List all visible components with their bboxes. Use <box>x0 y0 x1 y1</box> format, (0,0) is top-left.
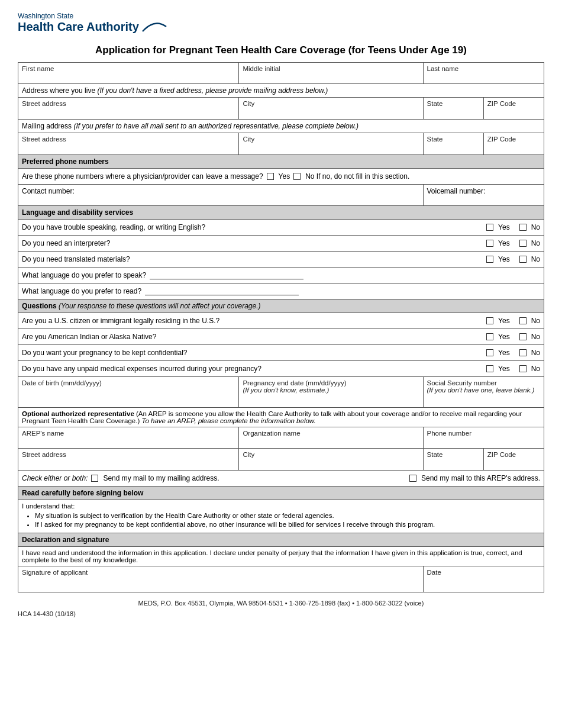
lang-read-label: What language do you prefer to read? <box>22 287 141 295</box>
lang-q1-yes-label: Yes <box>498 223 510 231</box>
arep-intro-cell: Optional authorized representative (An A… <box>18 408 544 427</box>
last-name-cell: Last name <box>423 63 544 84</box>
language-q1-text: Do you have trouble speaking, reading, o… <box>22 223 483 231</box>
phone-numbers-row: Contact number: Voicemail number: <box>18 185 544 206</box>
questions-q3-text: Do you want your pregnancy to be kept co… <box>22 349 483 357</box>
logo-swoosh-icon <box>141 21 167 34</box>
language-header-cell: Language and disability services <box>18 206 544 220</box>
live-state-zip-inner: State ZIP Code <box>424 98 544 119</box>
mailing-address-label-row: Mailing address (If you prefer to have a… <box>18 120 544 133</box>
language-q3-cell: Do you need translated materials? Yes No <box>18 252 544 268</box>
phone-yes-checkbox[interactable] <box>267 173 274 180</box>
date-cell: Date <box>423 566 544 592</box>
q2-no-checkbox[interactable] <box>519 333 527 340</box>
read-header: Read carefully before signing below <box>22 489 143 497</box>
pregnancy-end-sub: (If you don't know, estimate.) <box>243 386 419 394</box>
lang-read-cell: What language do you prefer to read? <box>18 284 544 299</box>
q3-no-label: No <box>531 349 540 357</box>
lang-q1-yes-checkbox[interactable] <box>486 224 493 231</box>
mailing-street-label: Street address <box>22 136 235 143</box>
lang-q3-no-checkbox[interactable] <box>519 256 527 263</box>
read-bullet1: My situation is subject to verification … <box>35 512 540 519</box>
language-q2-text: Do you need an interpreter? <box>22 239 483 247</box>
last-name-label: Last name <box>427 65 540 72</box>
lang-q2-yes-checkbox[interactable] <box>486 240 493 247</box>
live-street-cell: Street address <box>18 98 239 120</box>
name-row: First name Middle initial Last name <box>18 63 544 84</box>
language-header: Language and disability services <box>22 208 133 217</box>
mailing-state-zip-cell: State ZIP Code <box>423 133 544 155</box>
arep-city-label: City <box>243 451 419 458</box>
phone-no-checkbox[interactable] <box>293 173 301 180</box>
questions-q3-cell: Do you want your pregnancy to be kept co… <box>18 345 544 361</box>
q4-yes-label: Yes <box>498 365 510 373</box>
lang-q2-yes-label: Yes <box>498 239 510 247</box>
q2-yes-checkbox[interactable] <box>486 333 493 340</box>
phone-header-cell: Preferred phone numbers <box>18 155 544 169</box>
logo: Washington State Health Care Authority <box>18 12 167 34</box>
language-q2-cell: Do you need an interpreter? Yes No <box>18 236 544 252</box>
lang-read-input[interactable] <box>145 287 299 295</box>
q4-no-checkbox[interactable] <box>519 365 527 372</box>
lang-q1-no-label: No <box>531 223 540 231</box>
questions-q2-row: Are you American Indian or Alaska Native… <box>18 329 544 345</box>
questions-q4-cell: Do you have any unpaid medical expenses … <box>18 361 544 377</box>
lang-q2-no-checkbox[interactable] <box>519 240 527 247</box>
language-q2-row: Do you need an interpreter? Yes No <box>18 236 544 252</box>
arep-mail-mailing-label: Send my mail to my mailing address. <box>103 474 219 482</box>
contact-number-cell: Contact number: <box>18 185 424 206</box>
read-bullet-list: My situation is subject to verification … <box>22 512 540 528</box>
mailing-address-italic: (If you prefer to have all mail sent to … <box>73 122 358 130</box>
arep-zip-label: ZIP Code <box>487 451 540 458</box>
arep-street-label: Street address <box>22 451 235 458</box>
arep-name-label: AREP's name <box>22 430 235 437</box>
q3-yes-label: Yes <box>498 349 510 357</box>
questions-header: Questions <box>22 302 57 310</box>
lang-speak-input[interactable] <box>150 271 303 279</box>
q1-yes-checkbox[interactable] <box>486 317 493 324</box>
live-state-cell: State <box>424 98 484 119</box>
declaration-header-row: Declaration and signature <box>18 533 544 547</box>
live-address-label-cell: Address where you live (If you don't hav… <box>18 84 544 98</box>
q3-no-checkbox[interactable] <box>519 349 527 356</box>
arep-check-inner: Check either or both: Send my mail to my… <box>22 474 540 482</box>
mailing-address-label-cell: Mailing address (If you prefer to have a… <box>18 120 544 133</box>
questions-q4-text: Do you have any unpaid medical expenses … <box>22 365 483 373</box>
phone-question-cell: Are these phone numbers where a physicia… <box>18 169 544 185</box>
q1-no-checkbox[interactable] <box>519 317 527 324</box>
arep-mail-mailing-checkbox[interactable] <box>91 475 98 482</box>
contact-label: Contact number: <box>22 187 75 195</box>
middle-initial-label: Middle initial <box>243 65 419 72</box>
lang-q3-yes-checkbox[interactable] <box>486 256 493 263</box>
arep-name-row: AREP's name Organization name Phone numb… <box>18 427 544 449</box>
questions-header-row: Questions (Your response to these questi… <box>18 299 544 313</box>
mailing-state-zip-inner: State ZIP Code <box>424 133 544 154</box>
mailing-address-fields-row: Street address City State ZIP Code <box>18 133 544 155</box>
q3-yes-checkbox[interactable] <box>486 349 493 356</box>
signature-label: Signature of applicant <box>22 569 419 576</box>
ssn-label: Social Security number <box>427 379 540 386</box>
arep-mail-arep-checkbox[interactable] <box>409 475 416 482</box>
arep-phone-label: Phone number <box>427 430 540 437</box>
live-zip-label: ZIP Code <box>487 100 540 107</box>
form-code: HCA 14-430 (10/18) <box>18 610 544 617</box>
arep-org-cell: Organization name <box>239 427 423 449</box>
arep-city-cell: City <box>239 449 423 471</box>
q4-yes-checkbox[interactable] <box>486 365 493 372</box>
questions-q1-row: Are you a U.S. citizen or immigrant lega… <box>18 313 544 329</box>
read-body-row: I understand that: My situation is subje… <box>18 500 544 533</box>
questions-q3-row: Do you want your pregnancy to be kept co… <box>18 345 544 361</box>
language-q1-row: Do you have trouble speaking, reading, o… <box>18 220 544 236</box>
arep-check-row: Check either or both: Send my mail to my… <box>18 471 544 487</box>
language-q3-row: Do you need translated materials? Yes No <box>18 252 544 268</box>
mailing-address-label: Mailing address <box>22 122 72 130</box>
dob-label: Date of birth (mm/dd/yyyy) <box>22 379 235 386</box>
lang-q1-no-checkbox[interactable] <box>519 224 527 231</box>
page-title: Application for Pregnant Teen Health Car… <box>18 44 544 56</box>
language-q3-text: Do you need translated materials? <box>22 255 483 263</box>
declaration-text: I have read and understood the informati… <box>22 549 522 563</box>
phone-question-row-inner: Are these phone numbers where a physicia… <box>22 172 540 181</box>
lang-speak-inner: What language do you prefer to speak? <box>22 271 540 279</box>
arep-address-row: Street address City State ZIP Code <box>18 449 544 471</box>
questions-q2-text: Are you American Indian or Alaska Native… <box>22 333 483 341</box>
